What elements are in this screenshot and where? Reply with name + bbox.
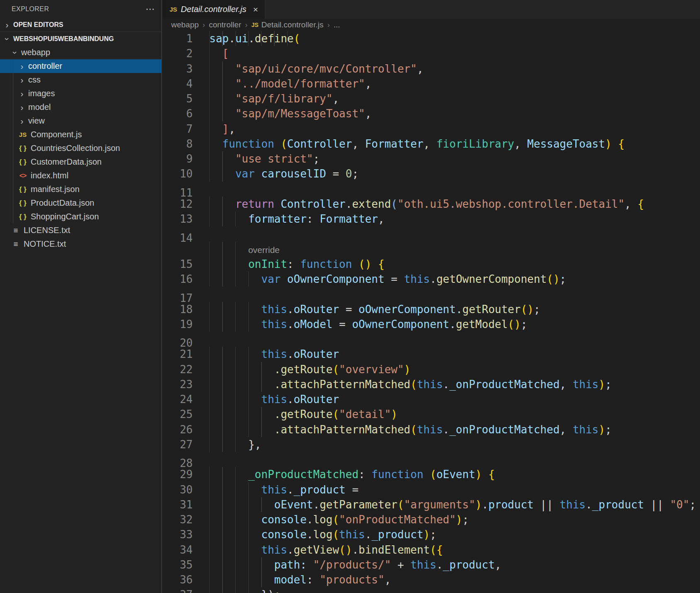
- code-line[interactable]: 25 .getRoute("detail"): [163, 407, 700, 422]
- code-line[interactable]: 26 .attachPatternMatched(this._onProduct…: [163, 422, 700, 437]
- section-open-editors[interactable]: › OPEN EDITORS: [0, 18, 161, 32]
- codelens-row[interactable]: override: [163, 242, 700, 257]
- tree-item-license-txt[interactable]: ≡LICENSE.txt: [0, 224, 161, 237]
- code-token: .: [287, 484, 294, 496]
- line-number: 4: [163, 76, 193, 91]
- code-token: "oth.ui5.webshop.controller.Detail": [397, 198, 625, 210]
- code-line[interactable]: 32 console.log("onProductMatched");: [163, 512, 700, 527]
- code-line[interactable]: 35 path: "/products/" + this._product,: [163, 557, 700, 572]
- code-line[interactable]: 31 oEvent.getParameter("arguments").prod…: [163, 497, 700, 512]
- code-line[interactable]: 28: [163, 452, 700, 467]
- json-file-icon: { }: [18, 158, 27, 166]
- code-line[interactable]: 19 this.oModel = oOwnerComponent.getMode…: [163, 317, 700, 332]
- code-line[interactable]: 12 return Controller.extend("oth.ui5.web…: [163, 197, 700, 211]
- code-line[interactable]: 27 },: [163, 437, 700, 452]
- tree-item-shoppingcart-json[interactable]: { }ShoppingCart.json: [0, 210, 161, 224]
- code-token: (): [521, 303, 533, 316]
- code-token: :: [300, 559, 313, 571]
- code-token: this: [261, 544, 287, 556]
- tree-item-index-html[interactable]: <>index.html: [0, 169, 161, 182]
- code-token: this: [417, 423, 443, 436]
- code-token: ,: [365, 107, 372, 120]
- code-token: .: [274, 378, 281, 391]
- code-line[interactable]: 10 var carouselID = 0;: [163, 166, 700, 181]
- more-actions-icon[interactable]: ⋯: [145, 7, 155, 11]
- code-line[interactable]: 18 this.oRouter = oOwnerComponent.getRou…: [163, 302, 700, 317]
- tree-item-controller[interactable]: ›controller: [0, 59, 161, 73]
- code-token: .: [248, 32, 255, 45]
- code-token: "overview": [339, 363, 404, 376]
- code-line[interactable]: 24 this.oRouter: [163, 392, 700, 407]
- code-line[interactable]: 20: [163, 332, 700, 347]
- json-file-icon: { }: [18, 199, 27, 207]
- code-line[interactable]: 6 "sap/m/MessageToast",: [163, 106, 700, 121]
- code-token: .: [352, 544, 358, 556]
- code-line[interactable]: 16 var oOwnerComponent = this.getOwnerCo…: [163, 272, 700, 287]
- breadcrumb-item[interactable]: Detail.controller.js: [262, 20, 324, 29]
- code-line[interactable]: 17: [163, 287, 700, 301]
- code-line[interactable]: 5 "sap/f/library",: [163, 91, 700, 106]
- code-line[interactable]: 1sap.ui.define(: [163, 31, 700, 46]
- code-line[interactable]: 34 this.getView().bindElement({: [163, 542, 700, 557]
- code-token: ): [424, 528, 430, 541]
- code-line[interactable]: 11: [163, 182, 700, 197]
- code-line[interactable]: 2 [: [163, 46, 700, 61]
- code-line[interactable]: 37 });: [163, 587, 700, 593]
- code-line[interactable]: 14: [163, 226, 700, 241]
- code-token: ,: [378, 213, 385, 225]
- breadcrumb-item[interactable]: ...: [334, 20, 340, 29]
- tree-item-css[interactable]: ›css: [0, 73, 161, 87]
- tree-item-productdata-json[interactable]: { }ProductData.json: [0, 196, 161, 210]
- code-token: (: [391, 198, 397, 210]
- code-line[interactable]: 22 .getRoute("overview"): [163, 362, 700, 377]
- code-line[interactable]: 7 ],: [163, 122, 700, 136]
- code-token: ,: [385, 574, 391, 586]
- open-editors-label: OPEN EDITORS: [13, 21, 63, 29]
- tree-item-label: model: [28, 102, 51, 112]
- tab-detail-controller[interactable]: JS Detail.controller.js ×: [163, 0, 265, 19]
- code-line[interactable]: 36 model: "products",: [163, 572, 700, 587]
- tree-item-view[interactable]: ›view: [0, 114, 161, 128]
- code-token: fioriLibrary: [436, 138, 514, 150]
- tree-item-manifest-json[interactable]: { }manifest.json: [0, 182, 161, 196]
- json-file-icon: { }: [18, 185, 27, 194]
- code-token: "sap/ui/core/mvc/Controller": [235, 63, 417, 75]
- code-line[interactable]: 23 .attachPatternMatched(this._onProduct…: [163, 377, 700, 392]
- tree-item-model[interactable]: ›model: [0, 100, 161, 114]
- code-line[interactable]: 29 _onProductMatched: function (oEvent) …: [163, 467, 700, 482]
- code-token: (): [358, 258, 371, 270]
- code-line[interactable]: 13 formatter: Formatter,: [163, 211, 700, 226]
- tree-item-countriescollection-json[interactable]: { }CountriesCollection.json: [0, 141, 161, 155]
- tree-item-images[interactable]: ›images: [0, 87, 161, 100]
- tree-item-webapp[interactable]: ›webapp: [0, 46, 161, 59]
- breadcrumb-item[interactable]: webapp: [171, 20, 199, 29]
- code-line[interactable]: 4 "../model/formatter",: [163, 76, 700, 91]
- line-number: 35: [163, 557, 193, 572]
- line-number: 30: [163, 482, 193, 497]
- code-line[interactable]: 30 this._product =: [163, 482, 700, 497]
- code-token: ): [475, 468, 482, 481]
- tree-item-notice-txt[interactable]: ≡NOTICE.txt: [0, 237, 161, 251]
- code-token: this: [573, 423, 599, 436]
- code-token: .: [430, 273, 436, 285]
- close-icon[interactable]: ×: [253, 5, 258, 15]
- code-line[interactable]: 33 console.log(this._product);: [163, 527, 700, 542]
- tree-item-customerdata-json[interactable]: { }CustomerData.json: [0, 155, 161, 169]
- codelens-override[interactable]: override: [248, 245, 280, 255]
- code-token: .: [449, 318, 456, 331]
- code-line[interactable]: 9 "use strict";: [163, 151, 700, 166]
- code-line[interactable]: 8 function (Controller, Formatter, fiori…: [163, 136, 700, 151]
- code-line[interactable]: 3 "sap/ui/core/mvc/Controller",: [163, 61, 700, 76]
- code-editor[interactable]: 1sap.ui.define(2 [3 "sap/ui/core/mvc/Con…: [163, 31, 700, 593]
- line-number: 5: [163, 91, 193, 106]
- section-project-root[interactable]: › WEBSHOPUI5WEBANBINDUNG: [0, 32, 161, 46]
- code-token: ;: [352, 168, 358, 180]
- code-token: =: [332, 318, 352, 331]
- code-token: _onProductMatched: [248, 468, 358, 481]
- breadcrumb-item[interactable]: controller: [209, 20, 241, 29]
- tree-item-label: ProductData.json: [31, 198, 94, 208]
- code-line[interactable]: 15 onInit: function () {: [163, 257, 700, 272]
- tree-item-component-js[interactable]: JSComponent.js: [0, 128, 161, 141]
- code-token: ;: [521, 318, 527, 331]
- code-line[interactable]: 21 this.oRouter: [163, 347, 700, 362]
